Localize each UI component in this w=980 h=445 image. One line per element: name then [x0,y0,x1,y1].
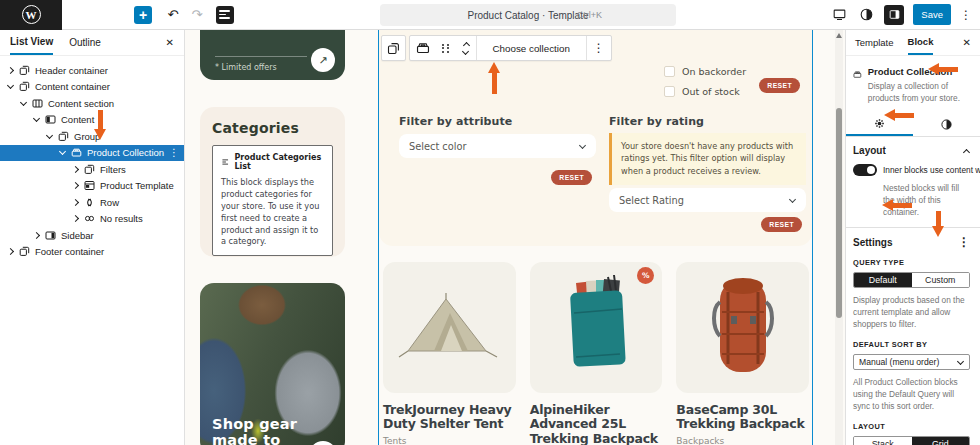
tree-item-content[interactable]: Content [0,112,184,129]
scroll-up-icon[interactable] [836,33,842,38]
tree-item-label: Product Collection [87,147,164,158]
undo-button[interactable]: ↶ [164,6,182,24]
chevron-right-icon [71,215,79,223]
style-book-icon[interactable] [857,6,875,24]
settings-sidebar: Template Block ✕ Product Collection Disp… [845,30,980,445]
move-up-icon[interactable] [462,40,470,48]
styles-contrast-icon [940,118,953,131]
canvas-scrollbar[interactable] [835,30,843,445]
save-button[interactable]: Save [913,4,951,25]
choose-collection-button[interactable]: Choose collection [476,36,586,60]
tree-item-group[interactable]: Group [0,128,184,145]
inserter-toggle-button[interactable]: + [134,6,152,24]
product-image-tent[interactable] [383,262,516,393]
scrollbar-thumb[interactable] [836,108,842,318]
close-list-view-icon[interactable]: ✕ [166,30,174,55]
stock-reset-button[interactable]: RESET [759,78,800,93]
close-sidebar-icon[interactable]: ✕ [963,30,971,55]
editor-canvas: * Limited offers ↗ Categories Product Ca… [185,30,845,445]
document-overview-button[interactable] [216,6,234,24]
categories-card-block[interactable]: Categories Product Categories List This … [200,107,345,257]
move-down-icon[interactable] [462,48,470,56]
product-categories-placeholder[interactable]: Product Categories List This block displ… [212,145,333,256]
panel-options-icon[interactable]: ⋮ [958,236,970,248]
tab-outline[interactable]: Outline [69,30,101,55]
photo-arrow-button[interactable] [309,441,337,445]
sidebar-block-icon [45,230,56,241]
collapse-panel-icon[interactable] [962,147,970,155]
rating-reset-button[interactable]: RESET [761,217,802,232]
divider [215,56,307,57]
photo-banner-block[interactable]: Shop gear made to [200,283,345,445]
tree-item-options-icon[interactable]: ⋮ [169,147,186,158]
product-title[interactable]: TrekJourney Heavy Duty Shelter Tent [383,403,516,432]
tree-item-product-template[interactable]: Product Template [0,178,184,195]
block-type-button[interactable] [410,36,436,60]
product-title[interactable]: AlpineHiker Advanced 25L Trekking Backpa… [530,403,663,445]
command-shortcut: Ctrl+K [577,10,602,20]
tab-list-view[interactable]: List View [10,30,53,55]
chevron-down-icon [578,142,586,150]
sort-label: DEFAULT SORT BY [853,340,970,349]
layout-panel-title: Layout [853,145,886,156]
placeholder-text: This block displays the product categori… [221,177,324,248]
tree-item-header-container[interactable]: Header container [0,62,184,79]
tab-styles[interactable] [913,112,980,136]
product-collection-block[interactable]: On backorder Out of stock RESET Filter b… [378,30,813,445]
rating-select[interactable]: Select Rating [609,188,806,212]
tree-item-label: Footer container [35,246,104,257]
chevron-down-icon [956,358,964,366]
checkbox-on-backorder[interactable] [664,66,675,77]
query-type-control: Default Custom [853,272,970,288]
group-block-icon [19,81,30,92]
rust-backpack-image [698,272,788,384]
tree-item-filters[interactable]: Filters [0,161,184,178]
block-mover[interactable] [456,36,476,60]
product-image-rust-backpack[interactable] [676,262,809,393]
tree-item-footer-container[interactable]: Footer container [0,244,184,261]
redo-button[interactable]: ↷ [188,6,206,24]
promo-banner-block[interactable]: * Limited offers ↗ [200,30,345,80]
settings-sidebar-toggle[interactable] [884,5,904,25]
tree-item-product-collection[interactable]: Product Collection ⋮ [0,145,184,162]
layout-stack[interactable]: Stack [854,437,912,445]
drag-handle[interactable] [436,36,456,60]
layout-control: Stack Grid [853,436,970,445]
sort-select[interactable]: Manual (menu order) [853,354,970,370]
query-type-default[interactable]: Default [854,273,912,287]
promo-arrow-button[interactable]: ↗ [311,48,335,72]
attribute-select[interactable]: Select color [399,134,596,158]
filters-section: On backorder Out of stock RESET Filter b… [379,30,812,246]
view-devices-icon[interactable] [830,6,848,24]
document-title-bar[interactable]: Product Catalog · Template Ctrl+K [380,4,676,26]
layout-grid[interactable]: Grid [912,437,970,445]
tree-item-content-container[interactable]: Content container [0,79,184,96]
tree-item-label: No results [100,213,143,224]
columns-block-icon [32,98,43,109]
checkbox-out-of-stock[interactable] [664,86,675,97]
tree-item-row[interactable]: Row [0,194,184,211]
tab-template[interactable]: Template [855,30,894,55]
annotation-arrow-gear-tab [884,109,914,121]
tab-block[interactable]: Block [908,30,934,55]
attribute-reset-button[interactable]: RESET [551,170,592,185]
product-title[interactable]: BaseCamp 30L Trekking Backpack [676,403,809,432]
rating-notice: Your store doesn't have any products wit… [609,133,806,185]
tree-item-content-section[interactable]: Content section [0,95,184,112]
stock-filter-option: Out of stock [664,86,740,97]
chevron-down-icon [58,149,66,157]
content-width-toggle[interactable] [853,164,877,176]
options-menu-icon[interactable]: ⋮ [960,9,972,21]
block-options-button[interactable]: ⋮ [586,36,611,60]
wordpress-logo[interactable]: W [0,0,62,30]
query-type-custom[interactable]: Custom [912,273,970,287]
select-parent-button[interactable] [381,35,406,61]
group-block-icon [58,131,69,142]
categories-list-icon [221,157,229,167]
product-image-teal-backpack[interactable]: % [530,262,663,393]
tree-item-no-results[interactable]: No results [0,211,184,228]
photo-caption-line2: made to [212,433,297,445]
filters-block-icon [84,164,95,175]
tree-item-sidebar[interactable]: Sidebar [0,227,184,244]
kebab-icon: ⋮ [593,42,605,54]
